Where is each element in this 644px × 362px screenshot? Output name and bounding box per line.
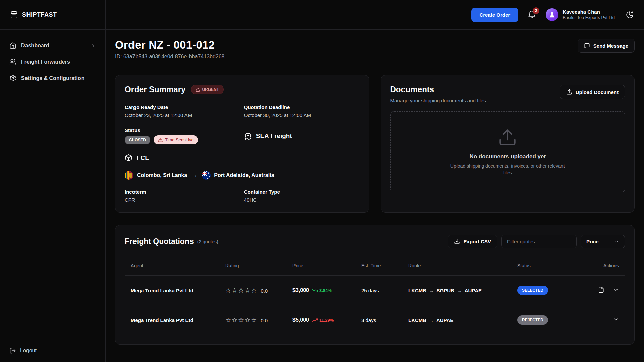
document-dropzone[interactable]: No documents uploaded yet Upload shippin…	[390, 111, 625, 192]
sidebar: Dashboard Freight Forwarders Settings & …	[0, 30, 106, 362]
trending-up-icon	[312, 317, 318, 323]
status-closed-badge: CLOSED	[125, 136, 150, 144]
sidebar-item-label: Settings & Configuration	[21, 75, 84, 81]
download-icon	[454, 239, 460, 244]
gear-icon	[9, 75, 16, 82]
sri-lanka-flag-icon	[125, 171, 133, 180]
upload-icon	[566, 89, 572, 95]
user-name: Kaveesha Chan	[562, 9, 615, 15]
quotation-deadline-label: Quotation Deadline	[244, 104, 360, 110]
column-header-actions: Actions	[591, 258, 625, 276]
rating-value: 0.0	[261, 288, 268, 294]
expand-row-button[interactable]	[613, 287, 619, 293]
rating-value: 0.0	[261, 318, 268, 323]
notifications-button[interactable]: 2	[528, 10, 536, 19]
quotation-row: Mega Trend Lanka Pvt Ltd ☆☆☆☆☆ 0.0 $5,00…	[125, 305, 625, 335]
home-icon	[9, 42, 16, 49]
est-time-value: 3 days	[358, 305, 405, 335]
status-badge: REJECTED	[517, 315, 548, 325]
route-origin: Colombo, Sri Lanka	[137, 172, 187, 178]
chevron-right-icon	[91, 43, 96, 48]
star-rating-icons: ☆☆☆☆☆	[225, 317, 257, 324]
order-summary-title: Order Summary	[125, 85, 185, 94]
brand-name: SHIPTFAST	[22, 11, 57, 18]
warning-triangle-icon	[158, 138, 163, 142]
send-message-button[interactable]: Send Message	[578, 39, 635, 53]
quotations-table: Agent Rating Price Est. Time Route Statu…	[125, 258, 625, 335]
agent-name: Mega Trend Lanka Pvt Ltd	[131, 288, 193, 293]
upload-document-label: Upload Document	[576, 89, 619, 95]
users-icon	[9, 58, 16, 65]
column-header-agent: Agent	[125, 258, 222, 276]
view-document-button[interactable]	[598, 287, 604, 293]
sidebar-item-label: Dashboard	[21, 43, 49, 49]
freight-mode: SEA Freight	[256, 132, 292, 140]
chat-bubble-icon	[584, 43, 590, 49]
column-header-route: Route	[405, 258, 514, 276]
route-summary: Colombo, Sri Lanka → Port Adelaide, Aust…	[125, 171, 360, 180]
user-company: Basilur Tea Exports Pvt Ltd	[562, 15, 615, 20]
app-root: SHIPTFAST Create Order 2 Kaveesha Chan B…	[0, 0, 644, 362]
order-id: ID: 63a7b543-a03f-4e0d-876e-bba7413bd268	[115, 54, 225, 60]
price-value: $5,000	[292, 317, 309, 323]
quotation-row: Mega Trend Lanka Pvt Ltd ☆☆☆☆☆ 0.0 $3,00…	[125, 276, 625, 305]
filter-quotes-input[interactable]	[501, 235, 577, 248]
status-badge: SELECTED	[517, 286, 548, 295]
chevron-down-icon	[613, 317, 619, 322]
order-summary-card: Order Summary URGENT Cargo Ready Date Oc…	[115, 75, 369, 213]
chevron-down-icon	[614, 239, 619, 244]
dropzone-empty-subtitle: Upload shipping documents, invoices, or …	[447, 163, 568, 176]
brand-area: SHIPTFAST	[0, 0, 106, 30]
sort-select[interactable]: Price	[581, 235, 625, 248]
documents-title: Documents	[390, 85, 486, 94]
quotations-count: (2 quotes)	[197, 239, 218, 244]
upload-document-button[interactable]: Upload Document	[560, 85, 625, 99]
container-type-value: 40HC	[244, 197, 360, 203]
arrow-right-icon: →	[428, 318, 435, 323]
shopping-bag-logo-icon	[10, 11, 18, 19]
australia-flag-icon	[202, 171, 211, 180]
column-header-price: Price	[289, 258, 358, 276]
sidebar-item-freight-forwarders[interactable]: Freight Forwarders	[5, 55, 101, 69]
sort-select-value: Price	[586, 239, 599, 244]
container-type-label: Container Type	[244, 189, 360, 195]
sidebar-item-settings[interactable]: Settings & Configuration	[5, 71, 101, 85]
file-icon	[598, 287, 604, 293]
documents-subtitle: Manage your shipping documents and files	[390, 98, 486, 103]
star-rating-icons: ☆☆☆☆☆	[225, 287, 257, 294]
incoterm-value: CFR	[125, 197, 240, 203]
cargo-ready-value: October 23, 2025 at 12:00 AM	[125, 112, 240, 118]
cargo-ready-label: Cargo Ready Date	[125, 104, 240, 110]
page-title: Order NZ - 001-012	[115, 39, 225, 51]
upload-icon	[498, 128, 517, 147]
sidebar-item-dashboard[interactable]: Dashboard	[5, 39, 101, 52]
logout-label: Logout	[20, 348, 37, 354]
incoterm-label: Incoterm	[125, 189, 240, 195]
column-header-rating: Rating	[222, 258, 289, 276]
create-order-button[interactable]: Create Order	[471, 8, 518, 22]
expand-row-button[interactable]	[613, 317, 619, 322]
route-value: LKCMB → SGPUB → AUPAE	[408, 288, 482, 293]
trending-down-icon	[312, 288, 318, 293]
load-type: FCL	[137, 154, 149, 162]
dark-mode-toggle[interactable]	[626, 11, 634, 19]
send-message-label: Send Message	[593, 43, 628, 49]
avatar	[546, 8, 558, 21]
logout-icon	[9, 347, 16, 354]
est-time-value: 25 days	[358, 276, 405, 305]
export-csv-label: Export CSV	[463, 239, 491, 244]
urgent-badge: URGENT	[191, 85, 224, 94]
arrow-right-icon: →	[428, 288, 435, 293]
arrow-right-icon: →	[191, 172, 199, 178]
logout-button[interactable]: Logout	[9, 347, 96, 354]
documents-card: Documents Manage your shipping documents…	[381, 75, 635, 213]
ship-icon	[244, 132, 252, 140]
time-sensitive-badge: Time Sensitive	[154, 135, 198, 144]
dropzone-empty-title: No documents uploaded yet	[469, 153, 546, 160]
export-csv-button[interactable]: Export CSV	[448, 235, 497, 248]
moon-star-icon	[626, 11, 634, 19]
arrow-right-icon: →	[456, 288, 463, 293]
user-menu[interactable]: Kaveesha Chan Basilur Tea Exports Pvt Lt…	[546, 8, 615, 21]
status-label: Status	[125, 127, 240, 133]
price-trend: 11.29%	[312, 317, 334, 323]
